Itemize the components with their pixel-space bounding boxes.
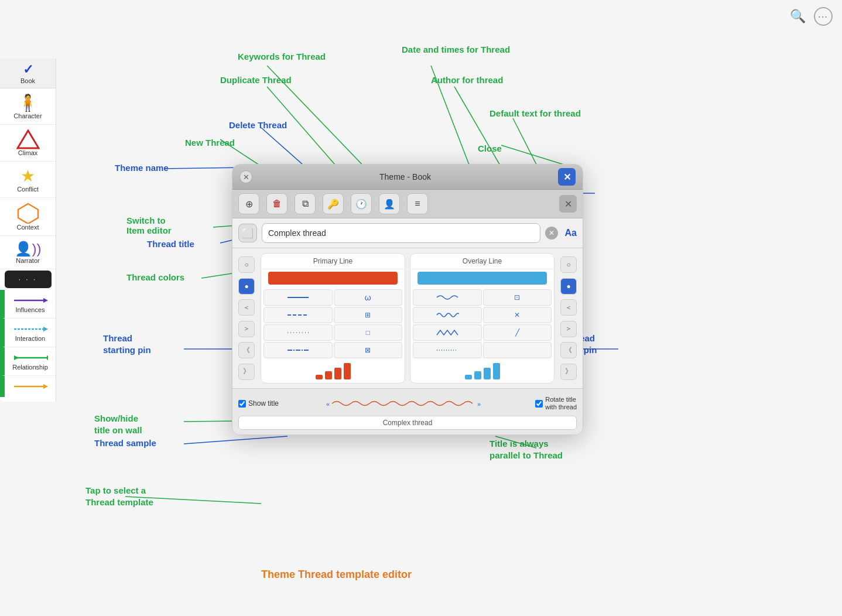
overlay-line-header: Overlay Line [410, 254, 554, 269]
overlay-width-medium[interactable] [474, 371, 481, 379]
end-pin-right[interactable]: ＞ [560, 321, 577, 337]
modal-close-button[interactable]: ✕ [239, 170, 252, 183]
default-text-button[interactable]: ≡ [407, 193, 428, 214]
sidebar-item-thread[interactable]: · · · [5, 271, 52, 289]
sidebar-item-conflict[interactable]: ★ Conflict [0, 162, 56, 198]
character-icon: 🧍 [18, 93, 38, 112]
overlay-pattern-empty[interactable] [483, 342, 552, 358]
start-pin-dot[interactable]: ● [238, 278, 255, 295]
thread-title-input[interactable] [262, 223, 540, 243]
overlay-line-patterns: ⊡ ✕ ╱ [410, 287, 554, 361]
rotate-title-checkbox-label[interactable]: Rotate title with thread [535, 396, 577, 411]
start-pin-right[interactable]: ＞ [238, 321, 255, 337]
relationship-icon [13, 352, 48, 364]
svg-marker-3 [43, 298, 48, 303]
context-icon [17, 203, 39, 224]
sidebar-item-climax[interactable]: Climax [0, 125, 56, 162]
overlay-pattern-zigzag[interactable] [413, 324, 482, 341]
sidebar-item-narrator[interactable]: 👤)) Narrator [0, 236, 56, 269]
thread-sample-display: « » [283, 393, 530, 413]
width-thin[interactable] [316, 375, 323, 379]
overlay-pattern-x[interactable]: ✕ [483, 307, 552, 323]
date-times-button[interactable]: 🕐 [351, 193, 372, 214]
end-pin-none[interactable]: ○ [560, 256, 577, 273]
sidebar-label-interaction: Interaction [15, 335, 45, 342]
keywords-button[interactable]: 🔑 [323, 193, 344, 214]
orange-arrow-icon [13, 381, 48, 392]
primary-line-section: Primary Line ω ⊞ [261, 253, 405, 384]
pattern-dash[interactable] [263, 307, 333, 323]
start-pin-dbl-left[interactable]: 《 [238, 342, 255, 358]
rotate-title-checkbox[interactable] [535, 400, 543, 408]
overlay-pattern-box[interactable]: ⊡ [483, 289, 552, 306]
overlay-pattern-wave1[interactable] [413, 289, 482, 306]
annotation-new-thread: New Thread [185, 138, 235, 148]
start-pin-left[interactable]: ＜ [238, 299, 255, 316]
overlay-width-xthick[interactable] [493, 363, 500, 379]
sidebar-item-orange[interactable] [2, 376, 56, 397]
sidebar-item-interaction[interactable]: Interaction [2, 319, 56, 347]
overlay-width-thick[interactable] [484, 368, 491, 379]
sidebar-label-conflict: Conflict [17, 186, 39, 193]
width-medium[interactable] [325, 371, 332, 379]
end-pin-dot[interactable]: ● [560, 278, 577, 295]
line-style-area: ○ ● ＜ ＞ 《 》 Primary Line [232, 248, 583, 388]
modal-x-button[interactable]: ✕ [558, 168, 576, 186]
pattern-omega[interactable]: ω [334, 289, 403, 306]
delete-thread-button[interactable]: 🗑 [266, 193, 287, 214]
pattern-dot-dash[interactable] [263, 342, 333, 358]
end-pin-left[interactable]: ＜ [560, 299, 577, 316]
sidebar-item-character[interactable]: 🧍 Character [0, 88, 56, 125]
svg-marker-0 [18, 131, 39, 148]
new-thread-button[interactable]: ⊕ [238, 193, 259, 214]
width-xthick[interactable] [344, 363, 351, 379]
pattern-square[interactable]: □ [334, 324, 403, 341]
overlay-color-swatch[interactable] [417, 272, 547, 285]
annotation-parallel: Title is always parallel to Thread [490, 438, 563, 461]
width-thick[interactable] [334, 368, 341, 379]
sidebar-label-climax: Climax [18, 149, 38, 156]
duplicate-thread-button[interactable]: ⧉ [295, 193, 316, 214]
pattern-dotted[interactable] [263, 324, 333, 341]
title-clear-button[interactable]: ✕ [545, 227, 558, 239]
primary-line-label: Primary Line [266, 257, 400, 265]
annotation-delete: Delete Thread [229, 120, 287, 130]
thread-bottom: Show title « » Rotate title with thread [232, 388, 583, 434]
primary-line-patterns: ω ⊞ □ ⊠ [261, 287, 405, 361]
discard-button[interactable]: ✕ [559, 195, 577, 213]
primary-color-swatch[interactable] [268, 272, 398, 285]
start-pin-dbl-right[interactable]: 》 [238, 364, 255, 380]
start-pin-none[interactable]: ○ [238, 256, 255, 273]
author-button[interactable]: 👤 [379, 193, 400, 214]
annotation-theme-name: Theme name [115, 163, 169, 173]
sidebar-label-narrator: Narrator [16, 257, 39, 264]
overlay-pattern-dotted2[interactable] [413, 342, 482, 358]
overlay-pattern-wave2[interactable] [413, 307, 482, 323]
svg-text:»: » [477, 401, 481, 408]
show-title-checkbox[interactable] [238, 400, 246, 408]
title-format-button[interactable]: Aa [565, 228, 577, 238]
overlay-line-label: Overlay Line [415, 257, 549, 265]
sidebar-item-book[interactable]: ✓ Book [0, 59, 56, 88]
sidebar-item-relationship[interactable]: Relationship [2, 347, 56, 376]
pattern-solid[interactable] [263, 289, 333, 306]
thread-icon: · · · [19, 275, 37, 283]
show-title-label: Show title [248, 399, 279, 408]
relationship-group: Influences Interaction Relationship [0, 290, 56, 397]
svg-text:«: « [326, 401, 330, 408]
annotation-thread-colors: Thread colors [126, 272, 184, 282]
end-pin-dbl-right[interactable]: 》 [560, 364, 577, 380]
overlay-pattern-slash[interactable]: ╱ [483, 324, 552, 341]
switch-to-item-editor-button[interactable]: ⬜ [238, 224, 257, 242]
sidebar-item-context[interactable]: Context [0, 198, 56, 236]
climax-icon [16, 129, 40, 149]
annotation-default-text: Default text for thread [490, 108, 581, 118]
sidebar-item-influences[interactable]: Influences [2, 290, 56, 319]
annotation-close: Close [478, 143, 502, 153]
end-pin-dbl-left[interactable]: 《 [560, 342, 577, 358]
pattern-parallel[interactable]: ⊞ [334, 307, 403, 323]
overlay-width-thin[interactable] [465, 375, 472, 379]
annotation-switch: Switch to Item editor [126, 215, 172, 235]
pattern-cross-box[interactable]: ⊠ [334, 342, 403, 358]
show-title-checkbox-label[interactable]: Show title [238, 399, 279, 408]
